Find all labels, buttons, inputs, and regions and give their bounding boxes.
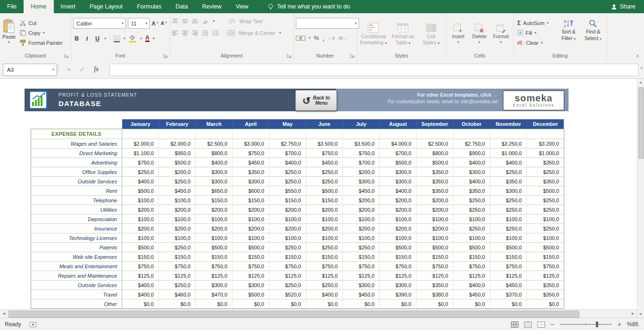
- cell[interactable]: $200,0: [343, 196, 380, 205]
- cell[interactable]: $250,0: [527, 224, 564, 233]
- cell[interactable]: $200,0: [306, 224, 343, 233]
- column-header-november[interactable]: November: [490, 119, 527, 129]
- accounting-format-button[interactable]: $: [296, 35, 305, 41]
- cell[interactable]: $0,0: [453, 299, 490, 308]
- cell[interactable]: $460,0: [159, 290, 196, 299]
- cell[interactable]: $100,0: [159, 214, 196, 223]
- cell[interactable]: $350,0: [490, 177, 527, 186]
- orientation-button[interactable]: ab: [202, 18, 209, 24]
- zoom-level-label[interactable]: %85: [627, 321, 638, 328]
- cell[interactable]: [269, 129, 306, 139]
- share-button[interactable]: Share: [605, 0, 641, 13]
- cell[interactable]: $0,0: [417, 299, 453, 308]
- cell[interactable]: $2.500,0: [417, 139, 453, 148]
- cell[interactable]: $100,0: [417, 233, 453, 242]
- cell[interactable]: $500,0: [417, 243, 453, 252]
- cell[interactable]: $350,0: [527, 177, 564, 186]
- cell[interactable]: $250,0: [453, 196, 490, 205]
- column-header-january[interactable]: January: [122, 119, 159, 129]
- macro-record-icon[interactable]: [30, 322, 36, 327]
- cell[interactable]: $380,0: [417, 290, 453, 299]
- cell[interactable]: $400,0: [306, 290, 343, 299]
- cell[interactable]: $400,0: [453, 177, 490, 186]
- cell[interactable]: $250,0: [527, 167, 564, 176]
- cell[interactable]: $100,0: [159, 233, 196, 242]
- cell[interactable]: $750,0: [306, 148, 343, 157]
- cell[interactable]: $500,0: [122, 243, 159, 252]
- cell[interactable]: $450,0: [343, 290, 380, 299]
- column-header-september[interactable]: September: [417, 119, 453, 129]
- cell[interactable]: $450,0: [343, 186, 380, 195]
- cell[interactable]: $200,0: [233, 224, 269, 233]
- formula-bar-expand-icon[interactable]: ∨: [640, 66, 643, 70]
- cell[interactable]: $200,0: [122, 205, 159, 214]
- cell[interactable]: $450,0: [233, 158, 269, 167]
- align-top-icon[interactable]: [172, 18, 178, 24]
- cut-button[interactable]: Cut: [18, 18, 64, 28]
- sort-filter-button[interactable]: AZ Sort & Filter ▾: [557, 18, 580, 41]
- cell[interactable]: $150,0: [490, 252, 527, 261]
- cell[interactable]: [490, 129, 527, 139]
- cell[interactable]: $500,0: [233, 243, 269, 252]
- clipboard-dialog-launcher[interactable]: [64, 53, 69, 58]
- cell[interactable]: $125,0: [233, 271, 269, 280]
- cell[interactable]: $100,0: [527, 214, 564, 223]
- merge-center-button[interactable]: Merge & Center: [239, 30, 276, 36]
- insert-function-button[interactable]: fx: [91, 64, 102, 75]
- row-label[interactable]: Rent: [31, 186, 122, 195]
- cell[interactable]: $2.000,0: [122, 139, 159, 148]
- cell[interactable]: $750,0: [306, 262, 343, 271]
- cell[interactable]: $450,0: [159, 186, 196, 195]
- cell[interactable]: [343, 129, 380, 139]
- cell[interactable]: $300,0: [490, 186, 527, 195]
- cell[interactable]: $0,0: [196, 299, 233, 308]
- cell[interactable]: $0,0: [380, 299, 417, 308]
- cell[interactable]: $250,0: [269, 167, 306, 176]
- back-to-menu-button[interactable]: ↺ Back toMenu: [295, 90, 337, 111]
- decrease-indent-icon[interactable]: [202, 30, 209, 36]
- cell[interactable]: $150,0: [196, 196, 233, 205]
- cell[interactable]: $1.100,0: [122, 148, 159, 157]
- cell[interactable]: $200,0: [380, 196, 417, 205]
- bold-button[interactable]: B: [73, 35, 80, 42]
- cell[interactable]: $0,0: [306, 299, 343, 308]
- cell[interactable]: [159, 129, 196, 139]
- cell[interactable]: $200,0: [417, 224, 453, 233]
- cell[interactable]: $0,0: [490, 299, 527, 308]
- cell[interactable]: $250,0: [306, 280, 343, 289]
- decrease-decimal-icon[interactable]: .00→: [338, 36, 346, 41]
- cell[interactable]: $470,0: [196, 290, 233, 299]
- cell[interactable]: $350,0: [527, 290, 564, 299]
- row-label[interactable]: Patents: [31, 243, 122, 252]
- cell[interactable]: $700,0: [380, 148, 417, 157]
- decrease-font-size-button[interactable]: A▼: [161, 21, 167, 26]
- scroll-down-icon[interactable]: ▼: [639, 312, 643, 316]
- cell[interactable]: $200,0: [269, 205, 306, 214]
- cell[interactable]: $200,0: [159, 167, 196, 176]
- cell[interactable]: $250,0: [527, 205, 564, 214]
- section-label[interactable]: EXPENSE DETAILS: [31, 129, 122, 139]
- cell[interactable]: $750,0: [233, 148, 269, 157]
- cell[interactable]: $125,0: [122, 271, 159, 280]
- column-header-july[interactable]: July: [343, 119, 380, 129]
- cell[interactable]: $1.000,0: [527, 148, 564, 157]
- cell[interactable]: $200,0: [417, 196, 453, 205]
- cell[interactable]: $400,0: [196, 158, 233, 167]
- cell[interactable]: $200,0: [343, 224, 380, 233]
- tab-home[interactable]: Home: [24, 0, 53, 13]
- clear-button[interactable]: Clear ▾: [516, 38, 555, 48]
- wrap-text-button[interactable]: Wrap Text: [239, 18, 262, 24]
- row-label[interactable]: Insurance: [31, 224, 122, 233]
- cell[interactable]: $390,0: [380, 290, 417, 299]
- cell[interactable]: $200,0: [380, 205, 417, 214]
- cell[interactable]: $450,0: [453, 290, 490, 299]
- cell[interactable]: $500,0: [527, 243, 564, 252]
- cell[interactable]: $0,0: [122, 299, 159, 308]
- cell[interactable]: $200,0: [306, 205, 343, 214]
- cell[interactable]: $700,0: [343, 158, 380, 167]
- cell[interactable]: $125,0: [159, 271, 196, 280]
- cell[interactable]: $100,0: [269, 214, 306, 223]
- cell[interactable]: $500,0: [527, 186, 564, 195]
- row-label[interactable]: Meals and Entertainment: [31, 262, 122, 271]
- fill-button[interactable]: Fill ▾: [516, 28, 555, 38]
